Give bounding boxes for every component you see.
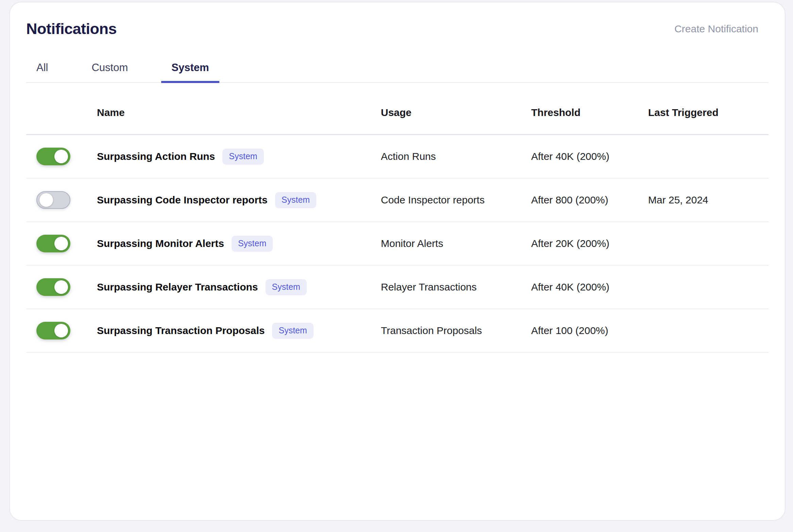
system-badge: System (266, 279, 307, 295)
table-row: Surpassing Monitor Alerts System Monitor… (26, 222, 769, 266)
system-badge: System (232, 236, 273, 252)
system-badge: System (275, 192, 316, 208)
toggle-knob (54, 324, 68, 337)
table-body: Surpassing Action Runs System Action Run… (26, 135, 769, 353)
toggle-knob (54, 150, 68, 163)
last-triggered-value: Mar 25, 2024 (648, 194, 769, 206)
column-header-usage: Usage (381, 107, 531, 118)
notification-toggle[interactable] (36, 235, 70, 252)
name-cell: Surpassing Action Runs System (97, 149, 381, 165)
create-notification-button[interactable]: Create Notification (674, 23, 769, 35)
threshold-value: After 40K (200%) (531, 281, 648, 293)
threshold-value: After 100 (200%) (531, 325, 648, 336)
tab-bar: AllCustomSystem (26, 59, 769, 83)
table-row: Surpassing Transaction Proposals System … (26, 309, 769, 353)
tab-custom[interactable]: Custom (81, 59, 138, 82)
name-cell: Surpassing Monitor Alerts System (97, 236, 381, 252)
usage-value: Transaction Proposals (381, 325, 531, 336)
notifications-card: Notifications Create Notification AllCus… (9, 2, 786, 521)
table-header-row: Name Usage Threshold Last Triggered (26, 83, 769, 135)
notification-name: Surpassing Code Inspector reports (97, 194, 268, 206)
column-header-name: Name (97, 107, 381, 118)
tab-system[interactable]: System (161, 59, 219, 82)
threshold-value: After 800 (200%) (531, 194, 648, 206)
usage-value: Monitor Alerts (381, 238, 531, 249)
notification-toggle[interactable] (36, 278, 70, 296)
name-cell: Surpassing Relayer Transactions System (97, 279, 381, 295)
usage-value: Code Inspector reports (381, 194, 531, 206)
tab-all[interactable]: All (26, 59, 58, 82)
toggle-cell (26, 148, 97, 165)
toggle-cell (26, 278, 97, 296)
toggle-knob (39, 193, 53, 207)
notification-toggle[interactable] (36, 148, 70, 165)
system-badge: System (272, 323, 313, 339)
card-header: Notifications Create Notification (26, 20, 769, 38)
column-header-threshold: Threshold (531, 107, 648, 118)
name-cell: Surpassing Code Inspector reports System (97, 192, 381, 208)
toggle-cell (26, 322, 97, 339)
page-title: Notifications (26, 20, 117, 38)
table-row: Surpassing Code Inspector reports System… (26, 179, 769, 222)
notification-name: Surpassing Relayer Transactions (97, 281, 258, 293)
threshold-value: After 20K (200%) (531, 238, 648, 249)
toggle-cell (26, 235, 97, 252)
notification-toggle[interactable] (36, 322, 70, 339)
notification-name: Surpassing Transaction Proposals (97, 325, 265, 336)
column-header-last-triggered: Last Triggered (648, 107, 769, 118)
name-cell: Surpassing Transaction Proposals System (97, 323, 381, 339)
notification-name: Surpassing Action Runs (97, 151, 215, 162)
table-row: Surpassing Action Runs System Action Run… (26, 135, 769, 179)
toggle-knob (54, 280, 68, 294)
toggle-cell (26, 191, 97, 209)
usage-value: Action Runs (381, 151, 531, 162)
toggle-knob (54, 237, 68, 250)
threshold-value: After 40K (200%) (531, 151, 648, 162)
table-row: Surpassing Relayer Transactions System R… (26, 266, 769, 309)
notification-toggle[interactable] (36, 191, 70, 209)
system-badge: System (222, 149, 264, 165)
usage-value: Relayer Transactions (381, 281, 531, 293)
notification-name: Surpassing Monitor Alerts (97, 238, 224, 249)
